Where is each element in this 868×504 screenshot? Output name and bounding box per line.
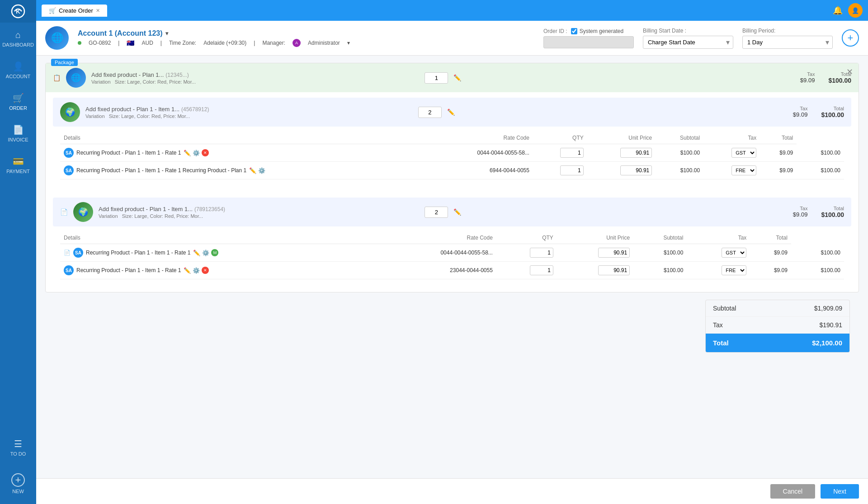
sub-item-2-row: 📄 🌍 Add fixed product - Plan 1 - Item 1.…: [53, 198, 851, 226]
system-generated-label: System generated: [580, 28, 623, 34]
col-details-2: Details: [60, 232, 379, 244]
separator2: |: [160, 40, 162, 46]
rate-unit-price-input[interactable]: [620, 148, 652, 158]
settings-icon[interactable]: ⚙️: [193, 267, 200, 274]
billing-start-label: Billing Start Date :: [643, 28, 733, 34]
sub-item-1-row: 🌍 Add fixed product - Plan 1 - Item 1...…: [53, 98, 851, 127]
billing-period-select[interactable]: 1 Day 1 Week 1 Month: [742, 36, 833, 49]
summary-box: Subtotal $1,909.09 Tax $190.91 Total $2,…: [705, 300, 850, 353]
edit-icon[interactable]: ✏️: [249, 167, 256, 174]
rate-unit-price-input[interactable]: [598, 248, 630, 258]
sub-item-2-title: Add fixed product - Plan 1 - Item 1... (…: [99, 205, 419, 212]
tax-select[interactable]: GSTFRE: [722, 265, 746, 275]
sub-item-2-info: Add fixed product - Plan 1 - Item 1... (…: [99, 205, 419, 219]
user-avatar[interactable]: 👤: [848, 3, 863, 18]
system-generated-checkbox-row: System generated: [571, 28, 623, 34]
account-dropdown-icon[interactable]: ▾: [165, 30, 168, 37]
sidebar-item-payment[interactable]: 💳 PAYMENT: [0, 149, 36, 181]
edit-icon[interactable]: ✏️: [184, 150, 191, 156]
settings-icon[interactable]: ⚙️: [193, 150, 200, 156]
separator3: |: [254, 40, 255, 46]
sub-item-1-avatar: 🌍: [60, 102, 80, 122]
col-subtotal: Subtotal: [656, 132, 703, 144]
sidebar-item-todo[interactable]: ☰ TO DO: [0, 432, 36, 463]
tax-select[interactable]: GSTFRE: [731, 165, 756, 175]
plan-item-main-info: Add fixed product - Plan 1... (12345...)…: [91, 71, 419, 85]
rate-unit-price-input[interactable]: [598, 265, 630, 275]
sub-item-1-qty[interactable]: [418, 107, 442, 118]
package-close-icon[interactable]: ✕: [846, 67, 853, 77]
account-name-row: Account 1 (Account 123) ▾: [78, 29, 350, 38]
sidebar-item-order[interactable]: 🛒 ORDER: [0, 86, 36, 118]
sub-item-2-edit-icon[interactable]: ✏️: [453, 208, 461, 216]
rate-table-1: Details Rate Code QTY Unit Price Subtota…: [60, 132, 844, 179]
sidebar-item-account[interactable]: 👤 ACCOUNT: [0, 54, 36, 86]
status-dot: [78, 41, 81, 45]
sub-item-2-qty[interactable]: [425, 207, 448, 218]
manager-label: Manager:: [262, 40, 285, 46]
plan-item-main-qty[interactable]: [425, 72, 448, 84]
sidebar-item-dashboard[interactable]: ⌂ DASHBOARD: [0, 23, 36, 54]
billing-start-select[interactable]: Charge Start Date First of Month Custom: [643, 36, 733, 49]
create-order-tab[interactable]: 🛒 Create Order ✕: [42, 5, 107, 17]
sidebar-item-payment-label: PAYMENT: [6, 169, 30, 174]
rate-qty-input[interactable]: [560, 148, 584, 158]
currency-flag: 🇦🇺: [127, 39, 134, 47]
plan-edit-icon-main[interactable]: ✏️: [453, 74, 461, 81]
sub-item-1-edit-icon[interactable]: ✏️: [447, 108, 455, 116]
rate-qty-input[interactable]: [530, 248, 553, 258]
total-value: $2,100.00: [812, 339, 842, 347]
sidebar-item-order-label: ORDER: [9, 105, 27, 111]
rate-unit-price-input[interactable]: [620, 165, 652, 175]
col-tax: Tax: [703, 132, 760, 144]
delete-badge[interactable]: ✕: [202, 267, 209, 274]
sub-item-2-tax-total: Tax $9.09 Total $100.00: [793, 206, 844, 218]
tab-close-icon[interactable]: ✕: [96, 8, 100, 14]
sa-badge: SA: [73, 248, 83, 258]
plan-item-main-row: 📋 🌐 Add fixed product - Plan 1... (12345…: [46, 63, 859, 92]
sidebar-item-invoice-label: INVOICE: [8, 137, 28, 142]
summary-subtotal-row: Subtotal $1,909.09: [706, 300, 849, 317]
add-button[interactable]: +: [842, 29, 859, 47]
edit-icon[interactable]: ✏️: [184, 267, 191, 274]
sidebar-item-new[interactable]: + NEW: [0, 468, 36, 499]
col-unit-price: Unit Price: [587, 132, 656, 144]
system-generated-checkbox[interactable]: [571, 28, 577, 34]
billing-section: Billing Start Date : Charge Start Date F…: [643, 28, 833, 49]
tax-select[interactable]: GSTFRE: [722, 248, 746, 258]
timezone-value: Adelaide (+09:30): [203, 40, 246, 46]
delete-badge[interactable]: ✕: [202, 149, 209, 156]
tax-select[interactable]: GSTFRE: [731, 148, 756, 158]
timezone-label: Time Zone:: [169, 40, 196, 46]
rate-qty-input[interactable]: [560, 165, 584, 175]
new-icon: +: [11, 473, 25, 487]
next-button[interactable]: Next: [821, 484, 859, 499]
sa-badge: SA: [64, 165, 74, 175]
manager-name: Administrator: [308, 40, 340, 46]
sub-item-1-info: Add fixed product - Plan 1 - Item 1... (…: [85, 105, 413, 119]
notification-icon[interactable]: 🔔: [833, 5, 843, 15]
col-rate-code-2: Rate Code: [379, 232, 496, 244]
sub-item-1-title: Add fixed product - Plan 1 - Item 1... (…: [85, 105, 413, 113]
rate-qty-input[interactable]: [530, 265, 553, 275]
sa-badge: SA: [64, 148, 74, 158]
rate-table-2: Details Rate Code QTY Unit Price Subtota…: [60, 232, 844, 279]
sidebar-item-invoice[interactable]: 📄 INVOICE: [0, 118, 36, 149]
avatar-initials: 👤: [852, 7, 859, 14]
settings-icon[interactable]: ⚙️: [258, 167, 265, 174]
order-id-input[interactable]: [543, 36, 634, 48]
edit-icon[interactable]: ✏️: [193, 250, 200, 256]
table-row: SA Recurring Product - Plan 1 - Item 1 -…: [60, 144, 844, 162]
sa-badge: SA: [64, 265, 74, 275]
cancel-button[interactable]: Cancel: [770, 484, 816, 499]
summary-total-row: Total $2,100.00: [706, 334, 849, 352]
doc-icon: 📄: [64, 250, 71, 256]
manager-dropdown-icon[interactable]: ▾: [347, 40, 350, 46]
sidebar: K ⌂ DASHBOARD 👤 ACCOUNT 🛒 ORDER 📄 INVOIC…: [0, 0, 36, 504]
sidebar-logo: K: [0, 0, 36, 23]
invoice-icon: 📄: [13, 124, 24, 135]
col-total-2: Total: [750, 232, 791, 244]
summary-tax-row: Tax $190.91: [706, 317, 849, 334]
settings-icon[interactable]: ⚙️: [202, 250, 209, 256]
col-subtotal-2: Subtotal: [633, 232, 687, 244]
